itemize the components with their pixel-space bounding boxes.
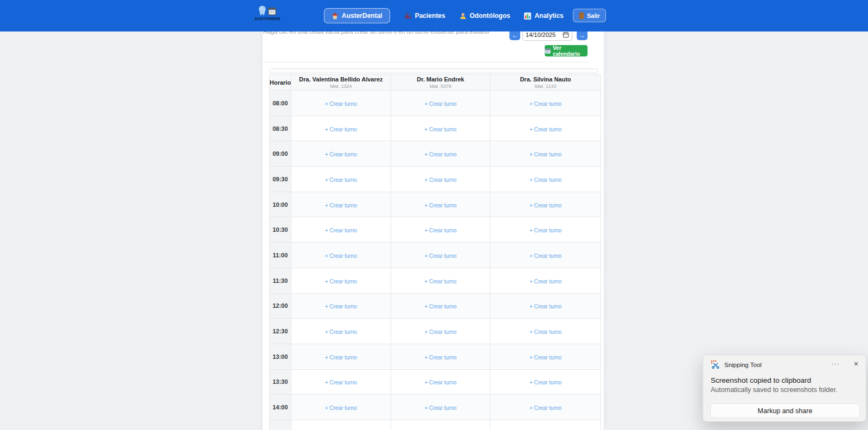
doctor-column-header: Dra. Valentina Bellido Alvarez Mat. 1324 [291,75,391,91]
create-turno-link[interactable]: + Crear turno [325,329,357,335]
logout-button[interactable]: Salir [573,9,606,22]
nav-item-analytics[interactable]: Analytics [524,12,563,20]
create-turno-link[interactable]: + Crear turno [325,127,357,132]
create-turno-link[interactable]: + Crear turno [424,177,456,183]
create-turno-cell[interactable]: + Crear turno [391,141,490,167]
create-turno-cell[interactable]: + Crear turno [391,268,490,293]
create-turno-cell[interactable]: + Crear turno [391,167,490,192]
create-turno-cell[interactable]: + Crear turno [490,319,601,344]
create-turno-link[interactable]: + Crear turno [529,329,561,335]
create-turno-cell[interactable]: + Crear turno [490,141,601,167]
create-turno-link[interactable]: + Crear turno [529,253,561,259]
create-turno-cell[interactable]: + Crear turno [391,217,490,243]
create-turno-cell[interactable]: + Crear turno [391,344,490,369]
create-turno-cell[interactable]: + Crear turno [391,91,490,116]
create-turno-cell[interactable]: + Crear turno [490,369,601,395]
create-turno-link[interactable]: + Crear turno [325,380,357,385]
create-turno-cell[interactable]: + Crear turno [291,243,391,268]
create-turno-link[interactable]: + Crear turno [424,101,456,107]
create-turno-link[interactable]: + Crear turno [424,127,456,132]
mini-calendar-icon [545,48,551,54]
create-turno-cell[interactable]: + Crear turno [291,420,391,430]
create-turno-link[interactable]: + Crear turno [325,303,357,309]
nav-item-odontologos[interactable]: Odontólogos [459,12,510,20]
create-turno-link[interactable]: + Crear turno [325,227,357,233]
create-turno-link[interactable]: + Crear turno [325,355,357,361]
create-turno-link[interactable]: + Crear turno [424,253,456,259]
create-turno-cell[interactable]: + Crear turno [490,192,601,217]
table-row: 08:30+ Crear turno+ Crear turno+ Crear t… [270,116,601,141]
markup-and-share-button[interactable]: Markup and share [710,403,860,418]
create-turno-cell[interactable]: + Crear turno [391,243,490,268]
create-turno-link[interactable]: + Crear turno [529,380,561,385]
create-turno-cell[interactable]: + Crear turno [490,243,601,268]
create-turno-cell[interactable]: + Crear turno [490,268,601,293]
create-turno-link[interactable]: + Crear turno [529,151,561,157]
create-turno-link[interactable]: + Crear turno [529,279,561,284]
create-turno-cell[interactable]: + Crear turno [391,192,490,217]
create-turno-cell[interactable]: + Crear turno [291,319,391,344]
close-icon[interactable]: × [852,358,860,369]
create-turno-cell[interactable]: + Crear turno [490,344,601,369]
create-turno-link[interactable]: + Crear turno [424,303,456,309]
horizontal-scrollbar[interactable] [269,68,598,73]
create-turno-link[interactable]: + Crear turno [424,203,456,208]
create-turno-cell[interactable]: + Crear turno [391,116,490,141]
create-turno-link[interactable]: + Crear turno [529,227,561,233]
doctor-matricula: Mat. 1133 [490,84,601,89]
create-turno-cell[interactable]: + Crear turno [391,293,490,319]
create-turno-link[interactable]: + Crear turno [325,101,357,107]
time-label: 12:00 [270,293,291,319]
create-turno-link[interactable]: + Crear turno [529,127,561,132]
create-turno-link[interactable]: + Crear turno [529,405,561,411]
tooth-icon [258,5,266,16]
create-turno-cell[interactable]: + Crear turno [291,293,391,319]
create-turno-link[interactable]: + Crear turno [424,227,456,233]
create-turno-cell[interactable]: + Crear turno [291,116,391,141]
brand-logo[interactable]: AUSTERWEB [251,4,284,21]
create-turno-cell[interactable]: + Crear turno [291,369,391,395]
create-turno-cell[interactable]: + Crear turno [490,91,601,116]
create-turno-link[interactable]: + Crear turno [325,151,357,157]
create-turno-cell[interactable]: + Crear turno [391,395,490,420]
create-turno-link[interactable]: + Crear turno [325,405,357,411]
create-turno-link[interactable]: + Crear turno [424,279,456,284]
create-turno-cell[interactable]: + Crear turno [490,395,601,420]
create-turno-cell[interactable]: + Crear turno [490,420,601,430]
more-options-icon[interactable]: ··· [829,358,842,369]
create-turno-cell[interactable]: + Crear turno [291,217,391,243]
create-turno-link[interactable]: + Crear turno [424,405,456,411]
view-calendar-button[interactable]: Ver calendario [545,45,588,56]
create-turno-link[interactable]: + Crear turno [325,203,357,208]
create-turno-link[interactable]: + Crear turno [529,101,561,107]
create-turno-cell[interactable]: + Crear turno [291,167,391,192]
create-turno-cell[interactable]: + Crear turno [490,167,601,192]
create-turno-link[interactable]: + Crear turno [424,151,456,157]
create-turno-link[interactable]: + Crear turno [529,303,561,309]
create-turno-link[interactable]: + Crear turno [325,177,357,183]
create-turno-link[interactable]: + Crear turno [529,355,561,361]
table-row: 11:00+ Crear turno+ Crear turno+ Crear t… [270,243,601,268]
create-turno-cell[interactable]: + Crear turno [291,344,391,369]
create-turno-cell[interactable]: + Crear turno [291,91,391,116]
nav-item-austerdental[interactable]: AusterDental [324,8,390,23]
create-turno-link[interactable]: + Crear turno [424,355,456,361]
create-turno-cell[interactable]: + Crear turno [391,420,490,430]
create-turno-cell[interactable]: + Crear turno [391,319,490,344]
create-turno-cell[interactable]: + Crear turno [291,141,391,167]
create-turno-link[interactable]: + Crear turno [529,203,561,208]
create-turno-link[interactable]: + Crear turno [529,177,561,183]
create-turno-cell[interactable]: + Crear turno [291,192,391,217]
create-turno-cell[interactable]: + Crear turno [490,293,601,319]
table-row: 14:30+ Crear turno+ Crear turno+ Crear t… [270,420,601,430]
nav-item-pacientes[interactable]: Pacientes [404,12,445,20]
create-turno-link[interactable]: + Crear turno [424,380,456,385]
create-turno-link[interactable]: + Crear turno [325,253,357,259]
create-turno-cell[interactable]: + Crear turno [291,395,391,420]
create-turno-cell[interactable]: + Crear turno [291,268,391,293]
create-turno-link[interactable]: + Crear turno [424,329,456,335]
create-turno-link[interactable]: + Crear turno [325,279,357,284]
create-turno-cell[interactable]: + Crear turno [490,116,601,141]
create-turno-cell[interactable]: + Crear turno [391,369,490,395]
create-turno-cell[interactable]: + Crear turno [490,217,601,243]
